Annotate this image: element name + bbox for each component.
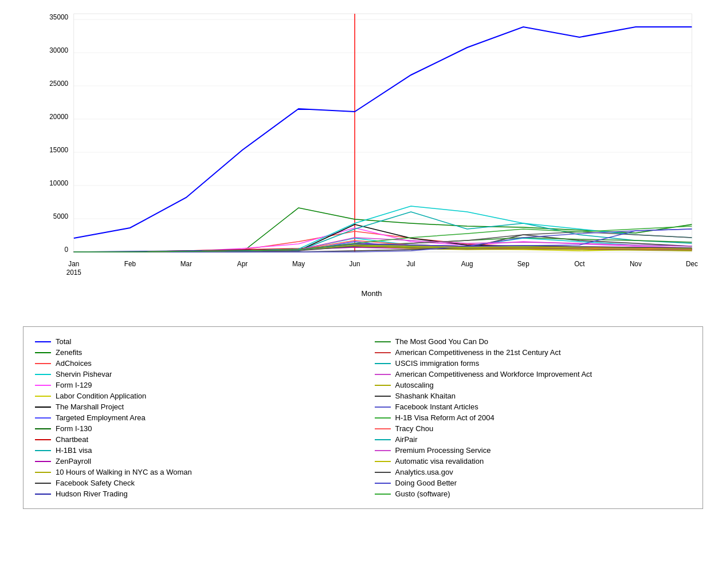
zenpayroll-legend-line xyxy=(35,461,51,462)
tracy-legend-line xyxy=(375,428,391,429)
legend-chartbeat: Chartbeat xyxy=(35,434,352,445)
legend-10hours: 10 Hours of Walking in NYC as a Woman xyxy=(35,467,352,477)
legend: Total Zenefits AdChoices Shervin Pisheva… xyxy=(23,326,703,509)
legend-ac21: American Competitiveness in the 21st Cen… xyxy=(375,347,692,358)
marshall-legend-label: The Marshall Project xyxy=(56,402,124,411)
zenefits-legend-line xyxy=(35,352,51,353)
legend-pps: Premium Processing Service xyxy=(375,445,692,456)
total-legend-line xyxy=(35,341,51,342)
zenpayroll-legend-label: ZenPayroll xyxy=(56,457,91,465)
y-tick-5000: 5000 xyxy=(53,212,69,220)
y-tick-15000: 15000 xyxy=(49,146,68,154)
y-tick-10000: 10000 xyxy=(49,179,68,187)
form-i129-legend-label: Form I-129 xyxy=(56,381,92,389)
h1b1-legend-line xyxy=(35,450,51,451)
fb-safety-legend-line xyxy=(35,483,51,484)
x-tick-nov: Nov xyxy=(630,260,642,268)
y-tick-25000: 25000 xyxy=(49,80,68,88)
x-tick-mar: Mar xyxy=(180,260,192,268)
legend-acwia: American Competitiveness and Workforce I… xyxy=(375,369,692,380)
x-axis-label: Month xyxy=(40,289,703,298)
form-i130-legend-line xyxy=(35,428,51,429)
most-good-legend-line xyxy=(375,341,391,342)
avr-legend-line xyxy=(375,461,391,462)
lca-legend-label: Labor Condition Application xyxy=(56,392,146,400)
x-tick-apr: Apr xyxy=(237,260,248,268)
10hours-legend-line xyxy=(35,472,51,473)
legend-airpair: AirPair xyxy=(375,434,692,445)
form-i129-legend-line xyxy=(35,385,51,386)
acwia-legend-label: American Competitiveness and Workforce I… xyxy=(395,370,592,378)
10hours-legend-label: 10 Hours of Walking in NYC as a Woman xyxy=(56,468,192,476)
legend-zenpayroll: ZenPayroll xyxy=(35,456,352,467)
legend-total: Total xyxy=(35,336,352,347)
legend-form-i129: Form I-129 xyxy=(35,380,352,390)
shashank-legend-label: Shashank Khaitan xyxy=(395,392,456,400)
legend-avr: Automatic visa revalidation xyxy=(375,456,692,467)
shervin-legend-line xyxy=(35,374,51,375)
x-tick-sep: Sep xyxy=(517,260,529,268)
legend-h1b1: H-1B1 visa xyxy=(35,445,352,456)
autoscaling-legend-label: Autoscaling xyxy=(395,381,434,389)
hudson-legend-line xyxy=(35,494,51,495)
zenefits-legend-label: Zenefits xyxy=(56,348,82,357)
uscis-legend-label: USCIS immigration forms xyxy=(395,359,480,368)
chart-svg: 35000 30000 25000 20000 15000 10000 5000… xyxy=(40,11,703,286)
x-tick-oct: Oct xyxy=(574,260,585,268)
lca-legend-line xyxy=(35,396,51,397)
legend-most-good: The Most Good You Can Do xyxy=(375,336,692,347)
x-tick-2015: 2015 xyxy=(66,269,82,277)
y-tick-20000: 20000 xyxy=(49,113,68,121)
legend-gusto: Gusto (software) xyxy=(375,488,692,499)
legend-fb-safety: Facebook Safety Check xyxy=(35,477,352,488)
ac21-legend-line xyxy=(375,352,391,353)
x-tick-aug: Aug xyxy=(461,260,473,268)
gusto-legend-line xyxy=(375,494,391,495)
fb-safety-legend-label: Facebook Safety Check xyxy=(56,479,135,487)
gusto-legend-label: Gusto (software) xyxy=(395,490,450,498)
tea-legend-line xyxy=(35,417,51,419)
y-tick-35000: 35000 xyxy=(49,13,68,21)
legend-doing-good: Doing Good Better xyxy=(375,477,692,488)
shervin-legend-label: Shervin Pishevar xyxy=(56,370,112,378)
x-tick-jun: Jun xyxy=(350,260,360,268)
legend-uscis: USCIS immigration forms xyxy=(375,358,692,369)
acwia-legend-line xyxy=(375,374,391,375)
adchoices-legend-label: AdChoices xyxy=(56,359,92,368)
legend-shashank: Shashank Khaitan xyxy=(375,390,692,401)
legend-tea: Targeted Employment Area xyxy=(35,412,352,423)
x-tick-feb: Feb xyxy=(124,260,136,268)
x-tick-jan: Jan xyxy=(68,260,79,268)
shashank-legend-line xyxy=(375,396,391,397)
tea-legend-label: Targeted Employment Area xyxy=(56,413,146,422)
legend-lca: Labor Condition Application xyxy=(35,390,352,401)
total-legend-label: Total xyxy=(56,337,71,346)
chartbeat-legend-line xyxy=(35,439,51,440)
hudson-legend-label: Hudson River Trading xyxy=(56,490,128,498)
h1b1-legend-label: H-1B1 visa xyxy=(56,446,92,455)
pps-legend-label: Premium Processing Service xyxy=(395,446,491,455)
doing-good-legend-line xyxy=(375,483,391,484)
legend-zenefits: Zenefits xyxy=(35,347,352,358)
legend-autoscaling: Autoscaling xyxy=(375,380,692,390)
chart-area: 35000 30000 25000 20000 15000 10000 5000… xyxy=(0,0,726,321)
legend-fb-instant: Facebook Instant Articles xyxy=(375,401,692,412)
marshall-legend-line xyxy=(35,407,51,408)
adchoices-legend-line xyxy=(35,363,51,364)
doing-good-legend-label: Doing Good Better xyxy=(395,479,457,487)
uscis-legend-line xyxy=(375,363,391,364)
h1b-reform-legend-label: H-1B Visa Reform Act of 2004 xyxy=(395,413,495,422)
legend-adchoices: AdChoices xyxy=(35,358,352,369)
airpair-legend-line xyxy=(375,439,391,440)
x-tick-may: May xyxy=(292,260,305,268)
legend-hudson: Hudson River Trading xyxy=(35,488,352,499)
svg-rect-0 xyxy=(74,14,692,252)
avr-legend-label: Automatic visa revalidation xyxy=(395,457,484,465)
most-good-legend-label: The Most Good You Can Do xyxy=(395,337,489,346)
legend-tracy: Tracy Chou xyxy=(375,423,692,434)
legend-form-i130: Form I-130 xyxy=(35,423,352,434)
analytics-legend-line xyxy=(375,472,391,473)
legend-right-col: The Most Good You Can Do American Compet… xyxy=(375,336,692,499)
legend-left-col: Total Zenefits AdChoices Shervin Pisheva… xyxy=(35,336,352,499)
chartbeat-legend-label: Chartbeat xyxy=(56,435,88,444)
